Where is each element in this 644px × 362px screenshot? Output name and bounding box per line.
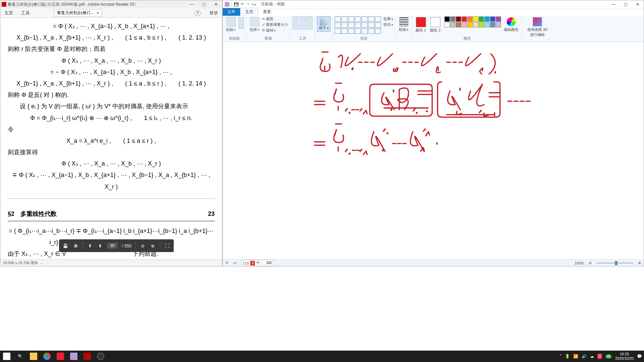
acrobat-task-icon[interactable] bbox=[80, 351, 94, 362]
pencil-icon[interactable] bbox=[292, 16, 299, 22]
paint3d-button[interactable]: 使用画图 3D 进行编辑 bbox=[524, 16, 550, 38]
select-button[interactable]: 选择 bbox=[248, 16, 261, 33]
crop-button[interactable]: ✂ 裁剪 bbox=[262, 16, 288, 21]
tab-file[interactable]: 文件 bbox=[223, 8, 240, 16]
lang-zh[interactable]: 中 bbox=[256, 260, 260, 265]
sogou-icon[interactable]: S bbox=[250, 261, 255, 265]
home-tab[interactable]: 主页 bbox=[0, 10, 17, 16]
resize-button[interactable]: ⤢ 重新调整大小 bbox=[262, 22, 288, 27]
palette-swatch[interactable] bbox=[467, 16, 473, 22]
palette-swatch[interactable] bbox=[473, 16, 478, 22]
color2-button[interactable]: 颜色 2 bbox=[429, 16, 442, 34]
minimize-button[interactable]: — bbox=[607, 0, 620, 8]
paint-canvas[interactable] bbox=[224, 42, 642, 259]
zoom-out-icon[interactable]: ⊖ bbox=[589, 261, 592, 265]
palette-swatch[interactable] bbox=[467, 22, 473, 27]
palette-swatch[interactable] bbox=[456, 16, 461, 22]
fit-icon[interactable]: ⛶ bbox=[164, 243, 170, 249]
palette-swatch[interactable] bbox=[479, 16, 484, 22]
tab-view[interactable]: 查看 bbox=[258, 8, 276, 16]
page-input[interactable] bbox=[107, 243, 118, 249]
palette-swatch[interactable] bbox=[444, 16, 450, 22]
fill-button[interactable]: 填充 bbox=[383, 22, 393, 27]
zoom-icon[interactable] bbox=[307, 23, 313, 29]
search-icon[interactable]: 🔍 bbox=[13, 351, 27, 362]
explorer-icon[interactable] bbox=[27, 351, 40, 362]
palette-swatch[interactable] bbox=[496, 22, 501, 27]
zoom-slider[interactable] bbox=[596, 262, 633, 264]
tab-home[interactable]: 主页 bbox=[240, 8, 258, 16]
chrome-icon[interactable] bbox=[40, 351, 54, 362]
save-icon[interactable]: 💾 bbox=[62, 243, 68, 249]
prev-page-icon[interactable]: ⬆ bbox=[87, 243, 93, 249]
close-button[interactable]: ✕ bbox=[210, 0, 222, 8]
palette-swatch[interactable] bbox=[490, 22, 495, 27]
palette-swatch[interactable] bbox=[490, 16, 495, 22]
onedrive-icon[interactable]: ☁ bbox=[590, 354, 594, 359]
paint-titlebar[interactable]: 💾 ↶ ↷ = 无标题 - 画图 — ▢ ✕ bbox=[223, 0, 644, 8]
close-button[interactable]: ✕ bbox=[632, 0, 644, 8]
zoom-in-icon[interactable]: ⊕ bbox=[150, 243, 156, 249]
bucket-icon[interactable] bbox=[300, 16, 306, 22]
paste-button[interactable]: 粘贴 bbox=[225, 16, 237, 33]
save-icon[interactable]: 💾 bbox=[234, 2, 239, 7]
zoom-out-icon[interactable]: ⊖ bbox=[140, 243, 146, 249]
tools-tab[interactable]: 工具 bbox=[17, 10, 34, 16]
collapse-icon[interactable]: ‹ bbox=[41, 261, 43, 265]
acrobat-titlebar[interactable]: 黎曼几何初步(修订版) 白正国 2004年版.pdf - Adobe Acrob… bbox=[0, 0, 222, 8]
pdf-page[interactable]: = Φ ( X₁ , ⋯ , X_{a−1} , X_b , X_{a+1} ,… bbox=[2, 18, 221, 259]
clock[interactable]: 18:25 2020/10/20 bbox=[615, 352, 634, 360]
palette-swatch[interactable] bbox=[479, 22, 484, 27]
tab-close-icon[interactable]: × bbox=[97, 11, 99, 15]
wifi-icon[interactable]: 📶 bbox=[573, 354, 578, 359]
color1-button[interactable]: 颜色 1 bbox=[414, 16, 427, 34]
qat-more-icon[interactable]: = bbox=[252, 2, 256, 7]
sogou-tray-icon[interactable]: S bbox=[597, 354, 602, 359]
zoom-in-icon[interactable]: ⊕ bbox=[638, 261, 641, 265]
tray-expand-icon[interactable]: ˄ bbox=[559, 354, 561, 359]
help-icon[interactable]: ? bbox=[195, 10, 201, 16]
login-button[interactable]: 登录 bbox=[205, 10, 222, 16]
language-bar[interactable]: 115 S 中 ， ⌨ bbox=[241, 260, 273, 266]
maximize-button[interactable]: ▢ bbox=[620, 0, 632, 8]
palette-swatch[interactable] bbox=[456, 22, 461, 27]
undo-icon[interactable]: ↶ bbox=[241, 2, 244, 7]
notifications-icon[interactable]: 💬 bbox=[637, 354, 642, 359]
print-icon[interactable]: 🖶 bbox=[72, 243, 78, 249]
battery-icon[interactable]: 🔋 bbox=[565, 354, 570, 359]
palette-swatch[interactable] bbox=[462, 16, 467, 22]
redo-icon[interactable]: ↷ bbox=[246, 2, 250, 7]
rotate-button[interactable]: ⟳ 旋转 bbox=[262, 28, 288, 33]
youdao-icon[interactable] bbox=[54, 351, 67, 362]
maximize-button[interactable]: ▢ bbox=[198, 0, 210, 8]
paint-task-icon[interactable] bbox=[67, 351, 80, 362]
palette-swatch[interactable] bbox=[450, 16, 455, 22]
palette-swatch[interactable] bbox=[450, 22, 455, 27]
palette-swatch[interactable] bbox=[473, 22, 478, 27]
palette-swatch[interactable] bbox=[462, 22, 467, 27]
thickness-button[interactable]: 粗细 bbox=[397, 16, 410, 33]
next-page-icon[interactable]: ⬇ bbox=[97, 243, 103, 249]
outline-button[interactable]: 轮廓 bbox=[383, 16, 393, 21]
shapes-gallery[interactable] bbox=[335, 16, 381, 34]
text-icon[interactable] bbox=[307, 16, 313, 22]
copy-icon[interactable] bbox=[238, 23, 244, 29]
paint-app-icon[interactable] bbox=[225, 2, 229, 7]
keyboard-icon[interactable]: ⌨ bbox=[266, 261, 272, 265]
palette-swatch[interactable] bbox=[444, 22, 450, 27]
brush-button[interactable]: 刷子 bbox=[317, 16, 330, 32]
eraser-icon[interactable] bbox=[292, 23, 299, 29]
lang-comma[interactable]: ， bbox=[261, 260, 265, 265]
palette-swatch[interactable] bbox=[496, 16, 501, 22]
document-tab[interactable]: 黎曼几何初步(修订... × bbox=[54, 9, 102, 17]
picker-icon[interactable] bbox=[300, 23, 306, 29]
obs-icon[interactable] bbox=[94, 351, 107, 362]
volume-icon[interactable]: 🔊 bbox=[582, 354, 587, 359]
cut-icon[interactable] bbox=[238, 17, 244, 22]
minimize-button[interactable]: — bbox=[186, 0, 198, 8]
edit-colors-button[interactable]: 编辑颜色 bbox=[502, 16, 520, 33]
palette-swatch[interactable] bbox=[484, 22, 490, 27]
palette-swatch[interactable] bbox=[484, 16, 490, 22]
wechat-badge[interactable]: 26 bbox=[605, 354, 612, 359]
start-button[interactable] bbox=[0, 351, 13, 362]
